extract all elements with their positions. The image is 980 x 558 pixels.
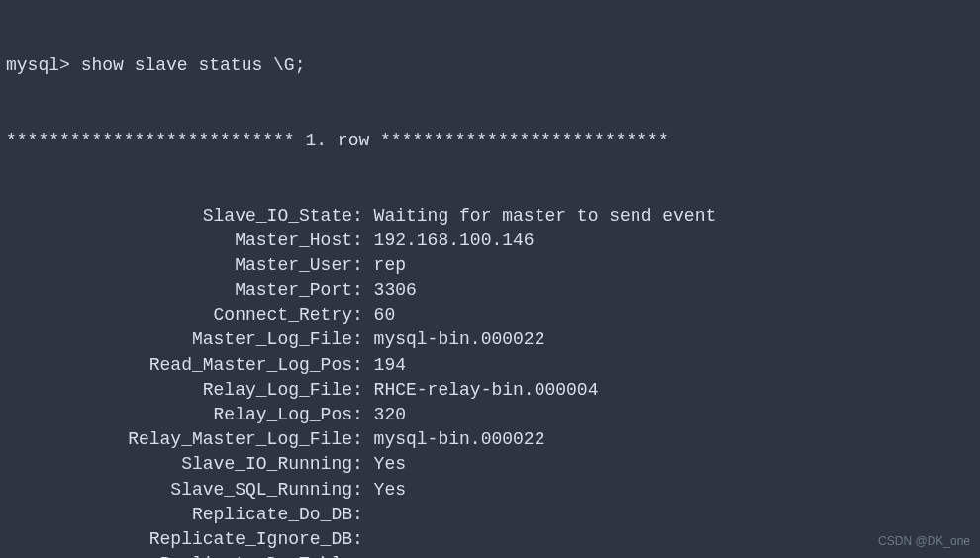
field-colon: : bbox=[352, 427, 374, 452]
field-colon: : bbox=[352, 229, 374, 253]
field-row: Replicate_Do_Table: bbox=[6, 552, 974, 558]
field-value: 320 bbox=[374, 403, 406, 427]
field-label: Relay_Log_File bbox=[6, 378, 352, 403]
field-row: Relay_Log_Pos: 320 bbox=[6, 403, 974, 427]
field-label: Slave_IO_Running bbox=[6, 452, 352, 477]
field-row: Slave_IO_Running: Yes bbox=[6, 452, 974, 477]
field-colon: : bbox=[352, 327, 374, 352]
field-colon: : bbox=[352, 204, 374, 229]
mysql-prompt: mysql> bbox=[6, 53, 81, 78]
field-label: Slave_IO_State bbox=[6, 204, 352, 229]
field-value: RHCE-relay-bin.000004 bbox=[374, 378, 599, 403]
field-row: Read_Master_Log_Pos: 194 bbox=[6, 353, 974, 378]
field-colon: : bbox=[352, 378, 374, 403]
field-colon: : bbox=[352, 403, 374, 427]
command-text: show slave status \G; bbox=[81, 53, 306, 78]
field-label: Master_User bbox=[6, 253, 352, 278]
field-row: Connect_Retry: 60 bbox=[6, 303, 974, 327]
field-label: Read_Master_Log_Pos bbox=[6, 353, 352, 378]
field-value: mysql-bin.000022 bbox=[374, 327, 545, 352]
field-label: Master_Port bbox=[6, 278, 352, 303]
field-row: Slave_IO_State: Waiting for master to se… bbox=[6, 204, 974, 229]
field-value: rep bbox=[374, 253, 406, 278]
field-colon: : bbox=[352, 353, 374, 378]
field-colon: : bbox=[352, 503, 374, 527]
field-value: 192.168.100.146 bbox=[374, 229, 535, 253]
field-row: Replicate_Do_DB: bbox=[6, 503, 974, 527]
field-label: Replicate_Do_DB bbox=[6, 503, 352, 527]
row-header: *************************** 1. row *****… bbox=[6, 129, 974, 153]
field-label: Slave_SQL_Running bbox=[6, 478, 352, 503]
field-value: mysql-bin.000022 bbox=[374, 427, 545, 452]
field-value: 3306 bbox=[374, 278, 417, 303]
terminal-output: mysql> show slave status \G; ***********… bbox=[6, 4, 974, 558]
field-label: Connect_Retry bbox=[6, 303, 352, 327]
field-value: Waiting for master to send event bbox=[374, 204, 717, 229]
field-colon: : bbox=[352, 552, 374, 558]
field-row: Master_Port: 3306 bbox=[6, 278, 974, 303]
field-label: Master_Log_File bbox=[6, 327, 352, 352]
field-colon: : bbox=[352, 303, 374, 327]
field-row: Relay_Log_File: RHCE-relay-bin.000004 bbox=[6, 378, 974, 403]
field-label: Replicate_Ignore_DB bbox=[6, 527, 352, 552]
field-colon: : bbox=[352, 278, 374, 303]
field-colon: : bbox=[352, 253, 374, 278]
field-value: 60 bbox=[374, 303, 396, 327]
field-row: Master_Log_File: mysql-bin.000022 bbox=[6, 327, 974, 352]
field-colon: : bbox=[352, 452, 374, 477]
field-label: Relay_Log_Pos bbox=[6, 403, 352, 427]
field-value: 194 bbox=[374, 353, 406, 378]
field-row: Relay_Master_Log_File: mysql-bin.000022 bbox=[6, 427, 974, 452]
field-colon: : bbox=[352, 527, 374, 552]
field-value: Yes bbox=[374, 478, 406, 503]
fields-container: Slave_IO_State: Waiting for master to se… bbox=[6, 204, 974, 559]
watermark: CSDN @DK_one bbox=[878, 533, 970, 550]
field-row: Replicate_Ignore_DB: bbox=[6, 527, 974, 552]
field-label: Relay_Master_Log_File bbox=[6, 427, 352, 452]
field-row: Slave_SQL_Running: Yes bbox=[6, 478, 974, 503]
field-row: Master_Host: 192.168.100.146 bbox=[6, 229, 974, 253]
field-label: Replicate_Do_Table bbox=[6, 552, 352, 558]
field-row: Master_User: rep bbox=[6, 253, 974, 278]
command-line[interactable]: mysql> show slave status \G; bbox=[6, 53, 974, 78]
field-label: Master_Host bbox=[6, 229, 352, 253]
field-colon: : bbox=[352, 478, 374, 503]
field-value: Yes bbox=[374, 452, 406, 477]
